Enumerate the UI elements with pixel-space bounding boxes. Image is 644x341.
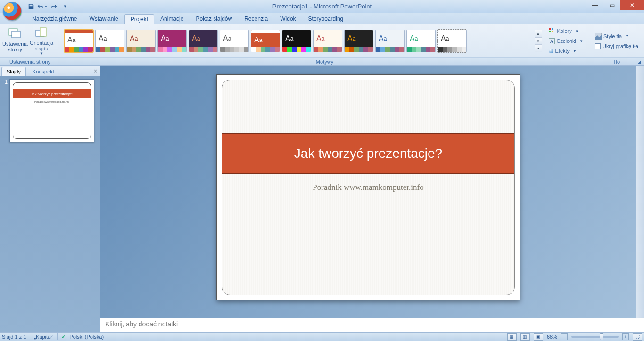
zoom-level[interactable]: 68%	[547, 334, 557, 340]
fit-to-window-icon[interactable]: ⛶	[633, 333, 642, 341]
maximize-button[interactable]: ▭	[603, 0, 620, 10]
theme-thumbnail[interactable]: Aa	[251, 30, 280, 52]
ribbon-tab[interactable]: Widok	[274, 14, 302, 24]
theme-thumbnail[interactable]: Aa	[438, 30, 467, 52]
spellcheck-icon[interactable]: ✔	[61, 334, 66, 340]
theme-thumbnail[interactable]: Aa	[64, 30, 93, 52]
gallery-more-icon[interactable]: ▾	[535, 45, 542, 52]
zoom-out-button[interactable]: −	[561, 333, 568, 340]
panel-tabs: Slajdy Konspekt ×	[0, 66, 100, 76]
status-theme: „Kapitał”	[34, 334, 53, 340]
page-setup-label: Ustawienia strony	[2, 41, 28, 52]
svg-rect-6	[549, 31, 551, 32]
redo-icon[interactable]	[49, 1, 59, 12]
qat-customize-icon[interactable]: ▼	[60, 1, 70, 12]
ribbon-tab[interactable]: Storyboarding	[302, 14, 350, 24]
status-language[interactable]: Polski (Polska)	[69, 334, 104, 340]
close-button[interactable]: ✕	[620, 0, 644, 10]
hide-bg-graphics-checkbox[interactable]: Ukryj grafikę tła	[592, 41, 641, 51]
slide-editor[interactable]: Jak tworzyć prezentacje? Poradnik www.ma…	[100, 66, 636, 318]
theme-thumbnail[interactable]: Aa	[189, 30, 218, 52]
view-slideshow-icon[interactable]: ▣	[534, 333, 543, 341]
theme-gallery[interactable]: AaAaAaAaAaAaAaAaAaAaAaAaAa	[62, 30, 534, 52]
theme-thumbnail[interactable]: Aa	[313, 30, 342, 52]
svg-rect-4	[549, 28, 551, 30]
svg-rect-3	[40, 28, 46, 36]
theme-thumbnail[interactable]: Aa	[375, 30, 405, 52]
theme-thumbnail[interactable]: Aa	[220, 30, 249, 52]
svg-rect-7	[552, 31, 553, 32]
bg-styles-icon	[595, 33, 602, 40]
slides-panel: Slajdy Konspekt × 1 Jak tworzyć prezenta…	[0, 66, 100, 332]
slide-title-placeholder[interactable]: Jak tworzyć prezentacje?	[222, 133, 514, 174]
theme-thumbnail[interactable]: Aa	[406, 30, 436, 52]
title-bar: ▼ ▼ Prezentacja1 - Microsoft PowerPoint …	[0, 0, 644, 13]
effects-icon	[549, 49, 553, 53]
theme-fonts-button[interactable]: ACzcionki▼	[546, 36, 586, 46]
svg-rect-5	[552, 28, 553, 30]
group-page-setup: Ustawienia strony Orientacja slajdu ▼ Us…	[0, 24, 60, 65]
background-styles-button[interactable]: Style tła▼	[592, 32, 641, 41]
view-normal-icon[interactable]: ▦	[507, 333, 517, 341]
fonts-icon: A	[549, 38, 555, 44]
window-title: Prezentacja1 - Microsoft PowerPoint	[0, 3, 644, 10]
orientation-label: Orientacja slajdu	[30, 40, 53, 51]
ribbon-tab[interactable]: Narzędzia główne	[26, 14, 83, 24]
thumbnails-list[interactable]: 1 Jak tworzyć prezentacje? Poradnik www.…	[0, 76, 100, 332]
zoom-handle[interactable]	[600, 333, 603, 340]
theme-thumbnail[interactable]: Aa	[157, 30, 187, 52]
ribbon-tab[interactable]: Animacje	[154, 14, 190, 24]
view-sorter-icon[interactable]: ▥	[520, 333, 530, 341]
thumbnail-row: 1 Jak tworzyć prezentacje? Poradnik www.…	[3, 79, 97, 142]
group-label-bg: Tło◢	[589, 57, 644, 65]
theme-thumbnail[interactable]: Aa	[344, 30, 373, 52]
group-background: Style tła▼ Ukryj grafikę tła Tło◢	[589, 24, 644, 65]
ribbon-tabs: Narzędzia główneWstawianieProjektAnimacj…	[0, 13, 644, 24]
colors-icon	[549, 28, 555, 34]
tab-outline[interactable]: Konspekt	[27, 67, 59, 76]
workspace: Slajdy Konspekt × 1 Jak tworzyć prezenta…	[0, 66, 644, 332]
zoom-slider[interactable]	[571, 336, 619, 338]
undo-icon[interactable]: ▼	[37, 1, 48, 12]
svg-rect-1	[12, 31, 20, 38]
tab-slides[interactable]: Slajdy	[1, 67, 26, 76]
quick-access-toolbar: ▼ ▼	[26, 0, 70, 13]
bg-dialog-launcher-icon[interactable]: ◢	[636, 59, 642, 65]
ribbon-tab[interactable]: Pokaz slajdów	[190, 14, 238, 24]
ribbon-tab[interactable]: Recenzja	[238, 14, 274, 24]
page-setup-button[interactable]: Ustawienia strony	[2, 25, 28, 57]
slide-subtitle-placeholder[interactable]: Poradnik www.mamkomputer.info	[222, 183, 514, 192]
ribbon-tab[interactable]: Wstawianie	[83, 14, 124, 24]
thumb-number: 1	[3, 79, 8, 142]
slide-frame: Jak tworzyć prezentacje? Poradnik www.ma…	[222, 80, 515, 295]
group-label-setup: Ustawienia strony	[0, 57, 60, 65]
ribbon-tab[interactable]: Projekt	[124, 14, 154, 24]
notes-pane[interactable]: Kliknij, aby dodać notatki	[100, 318, 644, 332]
gallery-up-icon[interactable]: ▲	[535, 30, 542, 38]
status-bar: Slajd 1 z 1 „Kapitał” ✔ Polski (Polska) …	[0, 332, 644, 341]
slide-thumbnail[interactable]: Jak tworzyć prezentacje? Poradnik www.ma…	[9, 79, 94, 142]
minimize-button[interactable]: ―	[586, 0, 603, 10]
zoom-in-button[interactable]: +	[622, 333, 629, 340]
slide-orientation-button[interactable]: Orientacja slajdu ▼	[28, 25, 55, 57]
checkbox-icon	[595, 43, 601, 49]
theme-effects-button[interactable]: Efekty▼	[546, 46, 586, 56]
theme-thumbnail[interactable]: Aa	[126, 30, 156, 52]
theme-thumbnail[interactable]: Aa	[95, 30, 124, 52]
group-label-themes: Motywy	[60, 57, 589, 65]
theme-colors-button[interactable]: Kolory▼	[546, 26, 586, 36]
theme-thumbnail[interactable]: Aa	[282, 30, 311, 52]
ribbon: Ustawienia strony Orientacja slajdu ▼ Us…	[0, 24, 644, 66]
panel-close-icon[interactable]: ×	[94, 68, 97, 76]
theme-gallery-scroller[interactable]: ▲ ▼ ▾	[535, 30, 542, 52]
save-icon[interactable]	[26, 1, 36, 12]
group-themes: AaAaAaAaAaAaAaAaAaAaAaAaAa ▲ ▼ ▾ Kolory▼…	[60, 24, 589, 65]
vertical-scrollbar[interactable]	[636, 66, 644, 318]
status-slide-number: Slajd 1 z 1	[2, 334, 26, 340]
slide-canvas[interactable]: Jak tworzyć prezentacje? Poradnik www.ma…	[216, 74, 520, 300]
office-button[interactable]	[3, 2, 22, 21]
gallery-down-icon[interactable]: ▼	[535, 38, 542, 45]
